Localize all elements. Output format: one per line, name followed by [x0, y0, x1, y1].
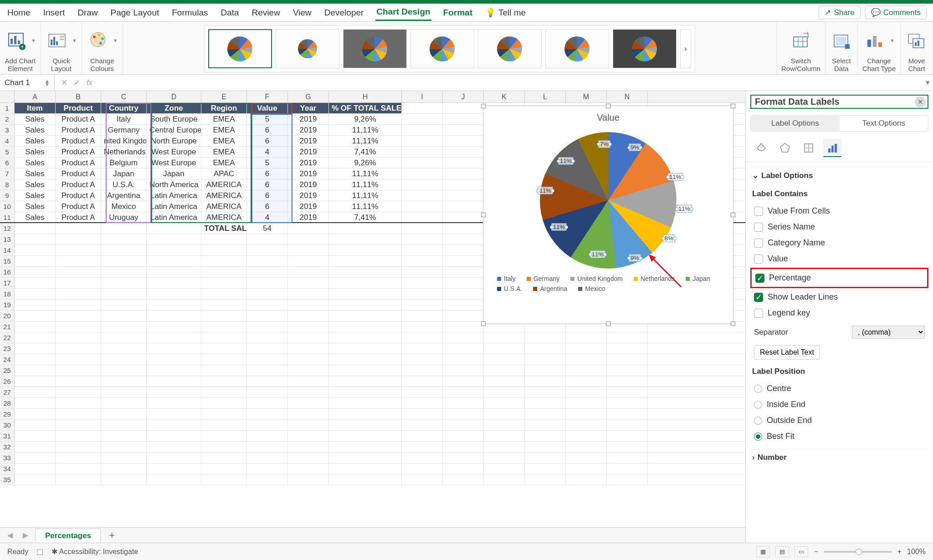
cell[interactable]	[484, 343, 525, 354]
cell[interactable]: Mexico	[101, 201, 147, 212]
group-quick-layout[interactable]: ▼ Quick Layout	[41, 22, 82, 74]
cell[interactable]	[247, 245, 288, 255]
cell[interactable]	[402, 114, 443, 124]
cell[interactable]: EMEA	[201, 147, 247, 157]
cell[interactable]	[402, 190, 443, 201]
chart-style-7[interactable]	[613, 29, 677, 68]
opt-leader-lines[interactable]: ✓Show Leader Lines	[752, 289, 927, 305]
cell[interactable]	[147, 409, 201, 419]
cell[interactable]: Japan	[147, 168, 201, 179]
cell[interactable]	[402, 420, 443, 430]
cell[interactable]	[15, 343, 56, 354]
cell[interactable]	[443, 453, 484, 463]
cell[interactable]	[443, 190, 484, 201]
cell[interactable]	[443, 278, 484, 288]
cell[interactable]	[443, 321, 484, 332]
data-label[interactable]: 7%	[598, 140, 610, 148]
data-label[interactable]: 9%	[629, 254, 641, 262]
cell[interactable]	[566, 420, 607, 430]
pos-outside-end[interactable]: Outside End	[752, 412, 927, 428]
cell[interactable]	[101, 420, 147, 430]
cell[interactable]	[329, 245, 402, 255]
cell[interactable]: Sales	[15, 114, 56, 124]
cell[interactable]	[56, 474, 101, 485]
cell[interactable]	[329, 343, 402, 354]
cell[interactable]: 11,11%	[329, 125, 402, 135]
header-cell[interactable]: Zone	[147, 103, 201, 113]
cell[interactable]	[329, 365, 402, 376]
share-button[interactable]: ↗ Share	[819, 6, 860, 19]
cell[interactable]	[484, 376, 525, 387]
row-header[interactable]: 3	[0, 125, 15, 135]
cell[interactable]	[566, 376, 607, 387]
cell[interactable]	[288, 267, 329, 277]
cell[interactable]	[147, 453, 201, 463]
cell[interactable]: Product A	[56, 114, 101, 124]
cell[interactable]: 2019	[288, 114, 329, 124]
row-header[interactable]: 8	[0, 179, 15, 190]
cell[interactable]: 6	[247, 125, 288, 135]
cell[interactable]	[402, 278, 443, 288]
cell[interactable]	[484, 463, 525, 474]
cell[interactable]: 4	[247, 147, 288, 157]
cell[interactable]	[402, 409, 443, 419]
cell[interactable]	[525, 420, 566, 430]
cell[interactable]	[247, 376, 288, 387]
cell[interactable]	[101, 267, 147, 277]
cell[interactable]	[247, 463, 288, 474]
cell[interactable]	[288, 354, 329, 365]
pane-tab-label-options[interactable]: Label Options	[751, 116, 840, 131]
group-move-chart[interactable]: Move Chart	[901, 22, 933, 74]
cell[interactable]	[443, 234, 484, 244]
cell[interactable]: 2019	[288, 190, 329, 201]
row-header[interactable]: 19	[0, 300, 15, 310]
cell[interactable]	[247, 442, 288, 452]
cell[interactable]	[329, 387, 402, 397]
row-header[interactable]: 24	[0, 354, 15, 365]
cell[interactable]	[402, 168, 443, 179]
tab-format[interactable]: Format	[442, 5, 473, 20]
cell[interactable]	[101, 365, 147, 376]
cell[interactable]	[201, 409, 247, 419]
cell[interactable]	[607, 387, 648, 397]
cell[interactable]	[607, 420, 648, 430]
cell[interactable]	[56, 223, 101, 234]
cell[interactable]	[201, 343, 247, 354]
cell[interactable]	[15, 289, 56, 299]
cell[interactable]	[402, 212, 443, 222]
cell[interactable]: 6	[247, 168, 288, 179]
chart-style-6[interactable]	[545, 29, 609, 68]
cell[interactable]: 9,26%	[329, 114, 402, 124]
legend-item[interactable]: U.S.A.	[497, 285, 522, 292]
cell[interactable]	[56, 278, 101, 288]
chart-title[interactable]: Value	[483, 112, 733, 123]
group-change-colours[interactable]: ▼ Change Colours	[82, 22, 123, 74]
fx-icon[interactable]: fx	[87, 78, 92, 87]
cell[interactable]	[566, 431, 607, 441]
cell[interactable]	[566, 354, 607, 365]
cell[interactable]	[288, 332, 329, 343]
cell[interactable]	[288, 223, 329, 234]
cell[interactable]	[201, 278, 247, 288]
row-header[interactable]: 10	[0, 201, 15, 212]
cell[interactable]	[15, 442, 56, 452]
cell[interactable]	[525, 387, 566, 397]
cell[interactable]: Japan	[101, 168, 147, 179]
header-cell[interactable]: Product	[56, 103, 101, 113]
col-header[interactable]: B	[56, 91, 101, 102]
cell[interactable]	[247, 343, 288, 354]
cell[interactable]	[15, 267, 56, 277]
embedded-chart[interactable]: Value 9% 11% 11% 8% 9% 11% 11% 11% 11% 7…	[483, 106, 733, 324]
cell[interactable]	[402, 431, 443, 441]
cell[interactable]	[288, 409, 329, 419]
cell[interactable]: Latin America	[147, 190, 201, 201]
cell[interactable]	[525, 332, 566, 343]
cell[interactable]: 11,11%	[329, 136, 402, 146]
cell[interactable]: Italy	[101, 114, 147, 124]
cell[interactable]	[607, 409, 648, 419]
cell[interactable]	[201, 420, 247, 430]
cell[interactable]	[329, 474, 402, 485]
cell[interactable]	[147, 234, 201, 244]
cell[interactable]	[607, 474, 648, 485]
cell[interactable]	[525, 354, 566, 365]
